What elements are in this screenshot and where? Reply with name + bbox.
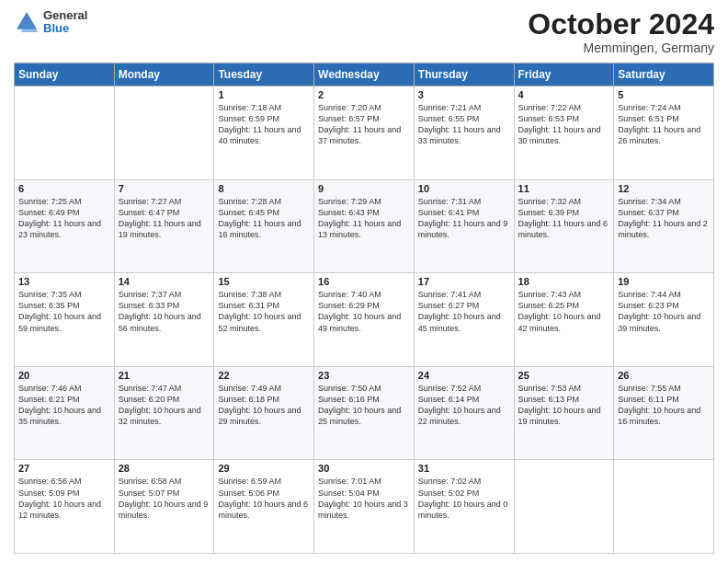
day-cell: 28Sunrise: 6:58 AM Sunset: 5:07 PM Dayli… [114,460,214,554]
day-cell [514,460,614,554]
day-cell [15,86,115,180]
weekday-header-saturday: Saturday [614,63,714,86]
day-detail: Sunrise: 6:58 AM Sunset: 5:07 PM Dayligh… [119,476,210,521]
day-cell [614,460,714,554]
day-detail: Sunrise: 7:25 AM Sunset: 6:49 PM Dayligh… [18,196,110,241]
weekday-header-row: SundayMondayTuesdayWednesdayThursdayFrid… [15,63,714,86]
day-number: 1 [218,89,310,100]
day-detail: Sunrise: 7:27 AM Sunset: 6:47 PM Dayligh… [119,196,210,241]
day-cell: 27Sunrise: 6:56 AM Sunset: 5:09 PM Dayli… [15,460,115,554]
weekday-header-monday: Monday [114,63,214,86]
day-detail: Sunrise: 7:31 AM Sunset: 6:41 PM Dayligh… [418,196,510,241]
week-row-2: 6Sunrise: 7:25 AM Sunset: 6:49 PM Daylig… [15,179,714,273]
day-detail: Sunrise: 7:18 AM Sunset: 6:59 PM Dayligh… [218,102,310,147]
day-detail: Sunrise: 6:59 AM Sunset: 5:06 PM Dayligh… [218,476,310,521]
day-cell: 22Sunrise: 7:49 AM Sunset: 6:18 PM Dayli… [214,366,314,460]
day-number: 29 [218,463,310,474]
day-number: 21 [119,370,210,381]
day-number: 15 [218,276,310,287]
day-detail: Sunrise: 7:02 AM Sunset: 5:02 PM Dayligh… [418,476,510,521]
day-detail: Sunrise: 7:43 AM Sunset: 6:25 PM Dayligh… [518,289,610,334]
weekday-header-thursday: Thursday [414,63,514,86]
day-cell: 21Sunrise: 7:47 AM Sunset: 6:20 PM Dayli… [114,366,214,460]
day-number: 16 [318,276,410,287]
calendar-table: SundayMondayTuesdayWednesdayThursdayFrid… [14,63,714,554]
day-detail: Sunrise: 7:40 AM Sunset: 6:29 PM Dayligh… [318,289,410,334]
day-number: 4 [518,89,610,100]
day-cell: 6Sunrise: 7:25 AM Sunset: 6:49 PM Daylig… [15,179,115,273]
day-number: 9 [318,183,410,194]
weekday-header-tuesday: Tuesday [214,63,314,86]
day-detail: Sunrise: 7:50 AM Sunset: 6:16 PM Dayligh… [318,383,410,428]
day-detail: Sunrise: 7:55 AM Sunset: 6:11 PM Dayligh… [618,383,710,428]
day-number: 10 [418,183,510,194]
day-cell: 23Sunrise: 7:50 AM Sunset: 6:16 PM Dayli… [314,366,415,460]
day-number: 23 [318,370,410,381]
day-number: 24 [418,370,510,381]
day-cell [114,86,214,180]
day-detail: Sunrise: 7:29 AM Sunset: 6:43 PM Dayligh… [318,196,410,241]
day-detail: Sunrise: 7:38 AM Sunset: 6:31 PM Dayligh… [218,289,310,334]
logo-general: General [43,9,87,22]
weekday-header-wednesday: Wednesday [314,63,415,86]
day-cell: 4Sunrise: 7:22 AM Sunset: 6:53 PM Daylig… [514,86,614,180]
day-cell: 29Sunrise: 6:59 AM Sunset: 5:06 PM Dayli… [214,460,314,554]
day-cell: 3Sunrise: 7:21 AM Sunset: 6:55 PM Daylig… [414,86,514,180]
day-detail: Sunrise: 7:34 AM Sunset: 6:37 PM Dayligh… [618,196,710,241]
day-cell: 7Sunrise: 7:27 AM Sunset: 6:47 PM Daylig… [114,179,214,273]
day-number: 27 [18,463,110,474]
day-cell: 2Sunrise: 7:20 AM Sunset: 6:57 PM Daylig… [314,86,415,180]
logo-blue: Blue [43,22,87,35]
day-number: 19 [618,276,710,287]
day-detail: Sunrise: 7:41 AM Sunset: 6:27 PM Dayligh… [418,289,510,334]
day-number: 5 [618,89,710,100]
day-detail: Sunrise: 7:47 AM Sunset: 6:20 PM Dayligh… [119,383,210,428]
day-number: 8 [218,183,310,194]
day-number: 25 [518,370,610,381]
day-cell: 9Sunrise: 7:29 AM Sunset: 6:43 PM Daylig… [314,179,415,273]
week-row-3: 13Sunrise: 7:35 AM Sunset: 6:35 PM Dayli… [15,273,714,367]
day-number: 31 [418,463,510,474]
day-number: 14 [119,276,210,287]
day-detail: Sunrise: 7:24 AM Sunset: 6:51 PM Dayligh… [618,102,710,147]
day-detail: Sunrise: 7:21 AM Sunset: 6:55 PM Dayligh… [418,102,510,147]
logo-text: General Blue [43,9,87,36]
day-number: 22 [218,370,310,381]
day-number: 17 [418,276,510,287]
day-detail: Sunrise: 7:52 AM Sunset: 6:14 PM Dayligh… [418,383,510,428]
day-detail: Sunrise: 7:22 AM Sunset: 6:53 PM Dayligh… [518,102,610,147]
day-number: 2 [318,89,410,100]
week-row-4: 20Sunrise: 7:46 AM Sunset: 6:21 PM Dayli… [15,366,714,460]
day-cell: 25Sunrise: 7:53 AM Sunset: 6:13 PM Dayli… [514,366,614,460]
day-number: 3 [418,89,510,100]
logo-icon [14,9,40,35]
weekday-header-friday: Friday [514,63,614,86]
day-cell: 15Sunrise: 7:38 AM Sunset: 6:31 PM Dayli… [214,273,314,367]
day-cell: 12Sunrise: 7:34 AM Sunset: 6:37 PM Dayli… [614,179,714,273]
logo: General Blue [14,9,87,36]
day-cell: 30Sunrise: 7:01 AM Sunset: 5:04 PM Dayli… [314,460,415,554]
weekday-header-sunday: Sunday [15,63,115,86]
day-number: 30 [318,463,410,474]
day-cell: 1Sunrise: 7:18 AM Sunset: 6:59 PM Daylig… [214,86,314,180]
day-cell: 18Sunrise: 7:43 AM Sunset: 6:25 PM Dayli… [514,273,614,367]
day-number: 12 [618,183,710,194]
day-cell: 11Sunrise: 7:32 AM Sunset: 6:39 PM Dayli… [514,179,614,273]
day-number: 18 [518,276,610,287]
day-cell: 26Sunrise: 7:55 AM Sunset: 6:11 PM Dayli… [614,366,714,460]
day-cell: 20Sunrise: 7:46 AM Sunset: 6:21 PM Dayli… [15,366,115,460]
header: General Blue October 2024 Memmingen, Ger… [14,9,714,55]
day-number: 13 [18,276,110,287]
day-number: 7 [119,183,210,194]
day-number: 11 [518,183,610,194]
title-location: Memmingen, Germany [528,40,714,55]
day-number: 26 [618,370,710,381]
day-cell: 5Sunrise: 7:24 AM Sunset: 6:51 PM Daylig… [614,86,714,180]
day-detail: Sunrise: 7:32 AM Sunset: 6:39 PM Dayligh… [518,196,610,241]
day-number: 28 [119,463,210,474]
day-detail: Sunrise: 7:35 AM Sunset: 6:35 PM Dayligh… [18,289,110,334]
day-cell: 31Sunrise: 7:02 AM Sunset: 5:02 PM Dayli… [414,460,514,554]
title-month: October 2024 [528,9,714,39]
week-row-1: 1Sunrise: 7:18 AM Sunset: 6:59 PM Daylig… [15,86,714,180]
day-cell: 10Sunrise: 7:31 AM Sunset: 6:41 PM Dayli… [414,179,514,273]
